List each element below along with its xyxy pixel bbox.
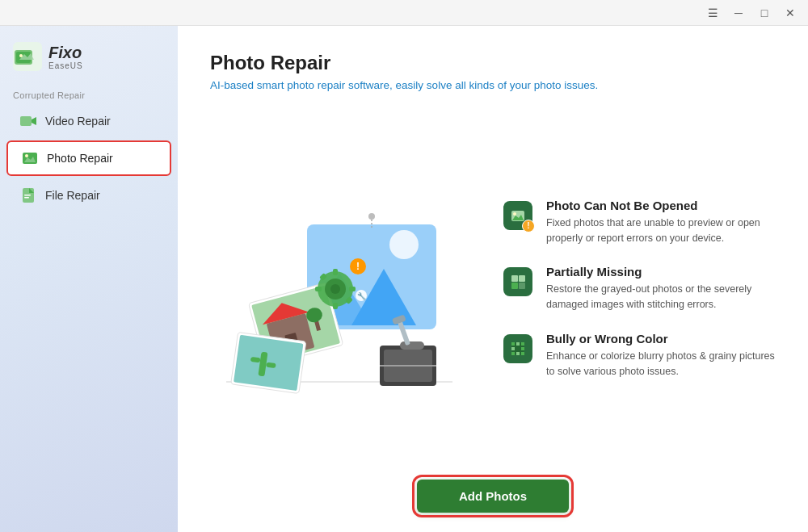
svg-rect-62 [521, 342, 524, 346]
sidebar-item-video-repair[interactable]: Video Repair [6, 105, 171, 137]
logo: Fixo EaseUS [0, 36, 178, 84]
feature-item-wrong-color: Bully or Wrong Color Enhance or colorize… [501, 332, 776, 379]
svg-text:!: ! [356, 261, 360, 272]
page-title: Photo Repair [210, 52, 776, 74]
maximize-icon: □ [761, 6, 768, 19]
svg-rect-36 [400, 341, 424, 350]
minimize-button[interactable]: ─ [727, 3, 750, 23]
svg-rect-45 [349, 287, 356, 291]
video-repair-icon [19, 112, 37, 130]
maximize-button[interactable]: □ [753, 3, 776, 23]
feature-desc-wrong-color: Enhance or colorize blurry photos & grai… [546, 349, 776, 379]
feature-badge-cannot-open: ! [522, 220, 535, 232]
feature-text-wrong-color: Bully or Wrong Color Enhance or colorize… [546, 332, 776, 379]
svg-rect-60 [511, 342, 515, 346]
illustration-area: ! 🔧 [210, 176, 469, 402]
svg-rect-64 [521, 347, 524, 350]
svg-rect-5 [20, 116, 32, 126]
sidebar-item-label-video: Video Repair [45, 115, 111, 128]
svg-rect-58 [519, 283, 525, 289]
close-button[interactable]: ✕ [779, 3, 802, 23]
svg-rect-66 [516, 352, 520, 355]
svg-rect-44 [315, 287, 322, 291]
svg-rect-56 [519, 275, 525, 282]
sidebar-item-photo-repair[interactable]: Photo Repair [6, 140, 171, 176]
features-area: ! Photo Can Not Be Opened Fixed photos t… [501, 199, 776, 379]
feature-item-cannot-open: ! Photo Can Not Be Opened Fixed photos t… [501, 199, 776, 246]
logo-subtitle: EaseUS [48, 61, 83, 70]
app-body: Fixo EaseUS Corrupted Repair Video Repai… [0, 26, 808, 532]
feature-text-cannot-open: Photo Can Not Be Opened Fixed photos tha… [546, 199, 776, 246]
add-photos-wrap: Add Photos [210, 463, 776, 513]
feature-desc-partially-missing: Restore the grayed-out photos or the sev… [546, 282, 776, 312]
svg-rect-42 [333, 269, 338, 275]
sidebar: Fixo EaseUS Corrupted Repair Video Repai… [0, 26, 178, 532]
feature-title-partially-missing: Partially Missing [546, 265, 776, 279]
feature-desc-cannot-open: Fixed photos that are unable to preview … [546, 216, 776, 246]
page-subtitle: AI-based smart photo repair software, ea… [210, 79, 776, 91]
logo-text: Fixo EaseUS [48, 44, 83, 70]
feature-title-cannot-open: Photo Can Not Be Opened [546, 199, 776, 212]
partially-missing-icon-bg [503, 267, 532, 296]
svg-rect-67 [521, 352, 524, 355]
svg-point-54 [513, 212, 516, 216]
svg-text:🔧: 🔧 [357, 291, 367, 301]
svg-point-20 [368, 213, 375, 220]
svg-point-4 [19, 54, 23, 57]
content-area: ! 🔧 [210, 114, 776, 463]
svg-rect-43 [333, 303, 338, 309]
feature-item-partially-missing: Partially Missing Restore the grayed-out… [501, 265, 776, 312]
menu-icon: ☰ [708, 6, 718, 19]
main-content: Photo Repair AI-based smart photo repair… [178, 26, 808, 532]
svg-rect-12 [24, 195, 31, 196]
svg-rect-65 [511, 352, 515, 355]
svg-point-18 [389, 230, 419, 259]
sidebar-item-file-repair[interactable]: File Repair [6, 179, 171, 212]
add-photos-button[interactable]: Add Photos [417, 480, 569, 513]
logo-icon [13, 42, 42, 71]
logo-name: Fixo [48, 44, 83, 61]
feature-title-wrong-color: Bully or Wrong Color [546, 332, 776, 346]
svg-point-9 [25, 154, 28, 157]
feature-icon-wrong-color [501, 332, 535, 366]
photo-repair-icon [21, 149, 39, 167]
feature-icon-partially-missing [501, 265, 535, 299]
window-controls: ☰ ─ □ ✕ [701, 3, 802, 23]
svg-point-41 [330, 284, 340, 294]
minimize-icon: ─ [734, 6, 743, 19]
svg-rect-61 [516, 342, 520, 346]
sidebar-section-label: Corrupted Repair [0, 84, 178, 103]
file-repair-icon [19, 186, 37, 204]
svg-rect-63 [511, 347, 515, 350]
sidebar-item-label-file: File Repair [45, 189, 100, 202]
svg-rect-57 [511, 283, 518, 289]
title-bar: ☰ ─ □ ✕ [0, 0, 808, 26]
svg-rect-55 [511, 275, 518, 282]
sidebar-item-label-photo: Photo Repair [47, 152, 113, 165]
close-icon: ✕ [785, 6, 795, 19]
wrong-color-icon-bg [503, 334, 532, 363]
feature-text-partially-missing: Partially Missing Restore the grayed-out… [546, 265, 776, 312]
feature-icon-cannot-open: ! [501, 199, 535, 232]
svg-rect-13 [24, 197, 29, 199]
menu-button[interactable]: ☰ [701, 3, 724, 23]
svg-marker-6 [32, 117, 36, 125]
